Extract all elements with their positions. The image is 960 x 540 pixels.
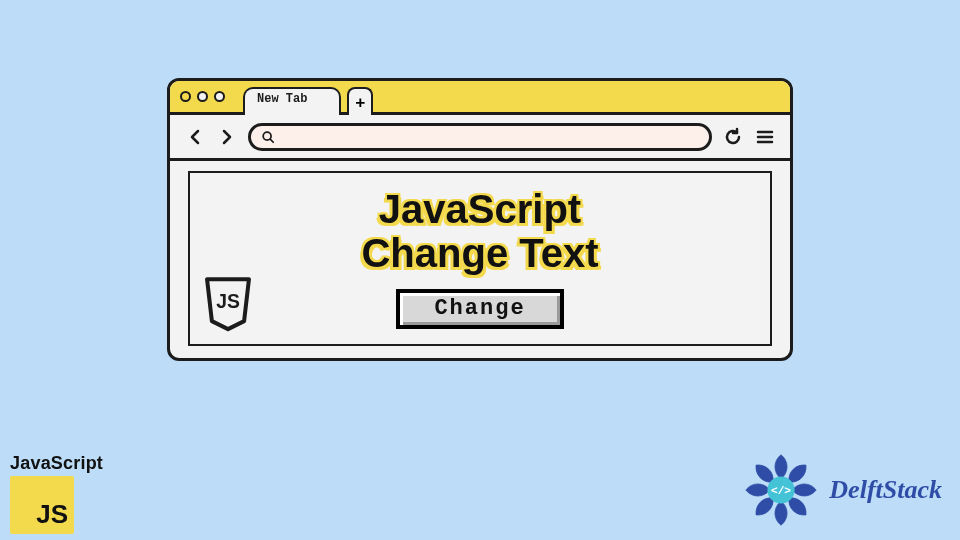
- svg-line-1: [270, 139, 273, 142]
- javascript-label: JavaScript: [10, 453, 103, 474]
- tab-new-tab[interactable]: New Tab: [243, 87, 341, 115]
- close-icon[interactable]: [180, 91, 191, 102]
- minimize-icon[interactable]: [197, 91, 208, 102]
- mandala-icon: </>: [741, 450, 821, 530]
- chevron-right-icon: [219, 129, 235, 145]
- hamburger-icon: [755, 127, 775, 147]
- shield-text: JS: [216, 291, 240, 312]
- content-area: JavaScript Change Text Change JS: [170, 161, 790, 358]
- toolbar: [170, 115, 790, 161]
- change-button[interactable]: Change: [396, 289, 564, 329]
- js-shield-icon: JS: [202, 276, 254, 334]
- search-icon: [261, 130, 275, 144]
- js-square-icon: JS: [10, 476, 74, 534]
- new-tab-button[interactable]: +: [347, 87, 373, 115]
- back-button[interactable]: [184, 126, 206, 148]
- refresh-icon: [723, 127, 743, 147]
- menu-button[interactable]: [754, 126, 776, 148]
- delftstack-logo: </> DelftStack: [741, 450, 942, 530]
- browser-window: New Tab + JavaScript Change Text Change: [167, 78, 793, 361]
- page-title: JavaScript Change Text: [361, 187, 598, 275]
- javascript-logo: JavaScript JS: [10, 453, 103, 534]
- chevron-left-icon: [187, 129, 203, 145]
- window-controls: [180, 91, 225, 102]
- refresh-button[interactable]: [722, 126, 744, 148]
- plus-icon: +: [356, 93, 366, 112]
- headline-line-1: JavaScript: [361, 187, 598, 231]
- maximize-icon[interactable]: [214, 91, 225, 102]
- delftstack-name: DelftStack: [829, 475, 942, 505]
- forward-button[interactable]: [216, 126, 238, 148]
- tab-bar: New Tab +: [170, 81, 790, 115]
- code-glyph: </>: [771, 485, 791, 497]
- address-bar[interactable]: [248, 123, 712, 151]
- content-panel: JavaScript Change Text Change JS: [188, 171, 772, 346]
- headline-line-2: Change Text: [361, 231, 598, 275]
